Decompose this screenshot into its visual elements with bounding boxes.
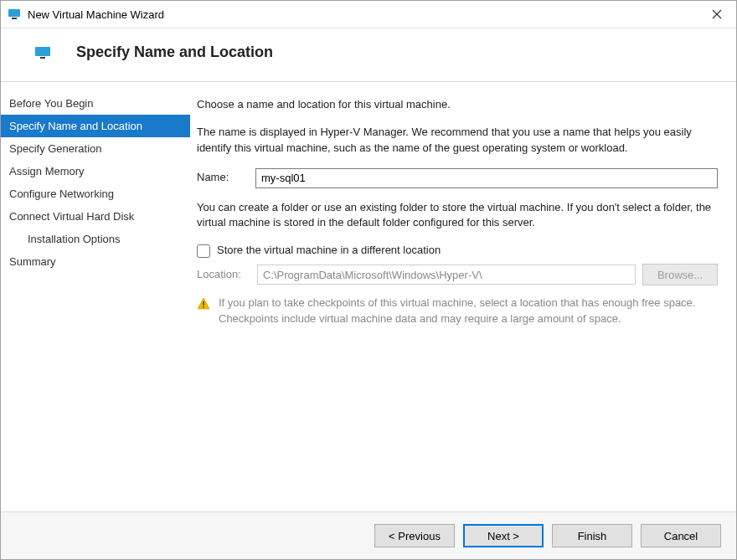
content-pane: Choose a name and location for this virt… [190,82,736,511]
window-title: New Virtual Machine Wizard [28,8,698,21]
sidebar-step-1[interactable]: Specify Name and Location [1,115,190,137]
name-label: Name: [197,170,255,186]
svg-rect-5 [40,57,45,59]
close-icon [712,9,722,19]
wizard-body: Before You BeginSpecify Name and Locatio… [1,82,736,511]
sidebar-step-6[interactable]: Installation Options [1,228,190,250]
browse-button: Browse... [642,264,718,285]
sidebar-step-0[interactable]: Before You Begin [1,92,190,115]
svg-rect-8 [203,306,204,308]
location-input [257,265,636,285]
finish-button[interactable]: Finish [552,524,632,547]
close-button[interactable] [698,1,736,28]
svg-rect-1 [12,18,17,19]
intro-text: Choose a name and location for this virt… [197,97,718,113]
location-row: Location: Browse... [197,264,718,285]
warning-icon [197,297,210,311]
name-input[interactable] [255,168,718,188]
location-label: Location: [197,267,257,283]
sidebar-step-3[interactable]: Assign Memory [1,160,190,182]
name-row: Name: [197,168,718,188]
svg-rect-4 [35,47,50,56]
wizard-window: New Virtual Machine Wizard Specify Name … [0,0,737,560]
store-location-label: Store the virtual machine in a different… [217,243,441,259]
wizard-footer: < Previous Next > Finish Cancel [1,511,736,559]
cancel-button[interactable]: Cancel [641,524,721,547]
titlebar: New Virtual Machine Wizard [1,1,736,28]
sidebar-step-4[interactable]: Configure Networking [1,182,190,205]
warning-row: If you plan to take checkpoints of this … [197,295,718,327]
svg-rect-0 [8,9,20,17]
store-location-checkbox[interactable] [197,244,210,258]
page-title: Specify Name and Location [76,44,273,61]
warning-text: If you plan to take checkpoints of this … [219,295,718,327]
app-icon [8,8,21,21]
sidebar-step-7[interactable]: Summary [1,250,190,273]
step-sidebar: Before You BeginSpecify Name and Locatio… [1,82,190,511]
svg-rect-7 [203,301,204,306]
sidebar-step-2[interactable]: Specify Generation [1,137,190,160]
name-help-text: The name is displayed in Hyper-V Manager… [197,125,718,157]
sidebar-step-5[interactable]: Connect Virtual Hard Disk [1,205,190,228]
wizard-header: Specify Name and Location [1,28,736,82]
previous-button[interactable]: < Previous [374,524,455,547]
store-location-row: Store the virtual machine in a different… [197,243,718,259]
header-icon [34,46,51,59]
folder-help-text: You can create a folder or use an existi… [197,200,718,232]
next-button[interactable]: Next > [463,524,544,547]
